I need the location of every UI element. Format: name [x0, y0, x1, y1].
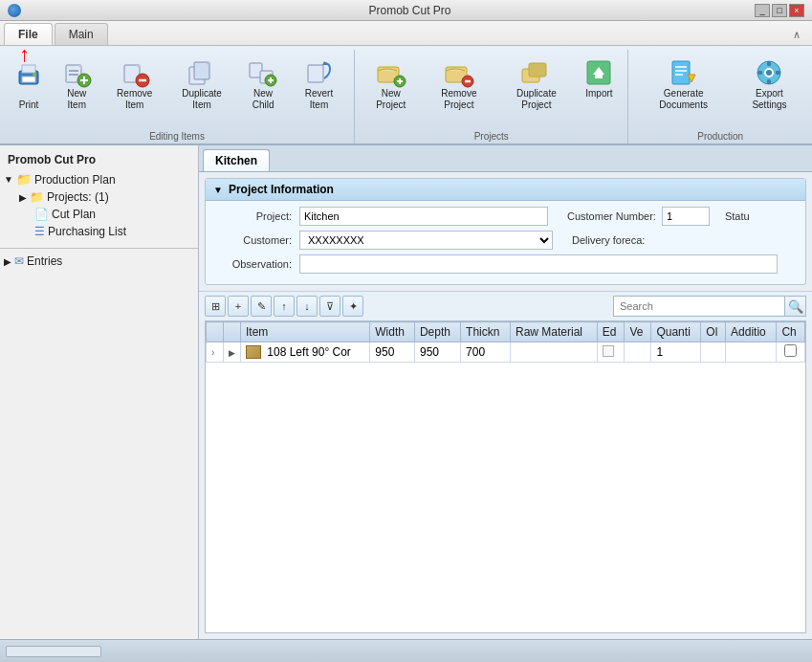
- new-child-icon: [248, 57, 278, 88]
- sidebar-item-purchasing-list[interactable]: ☰ Purchasing List: [0, 223, 198, 240]
- col-toggle: [224, 322, 241, 342]
- ribbon-editing-items-buttons: ↑ Print New Item: [8, 54, 346, 127]
- projects-label: Projects: (1): [47, 190, 109, 204]
- editing-items-group-label: Editing Items: [149, 131, 205, 142]
- table-tool-filter-btn[interactable]: ⊽: [319, 296, 340, 317]
- col-ch: Ch: [777, 322, 805, 342]
- svg-rect-45: [767, 61, 771, 66]
- customer-select[interactable]: XXXXXXXX: [299, 231, 553, 250]
- ribbon-projects-buttons: New Project Remove Project Duplicate Pro…: [362, 54, 620, 127]
- export-settings-icon: [754, 57, 784, 88]
- svg-rect-23: [308, 65, 323, 82]
- svg-point-3: [33, 73, 36, 77]
- duplicate-project-button[interactable]: Duplicate Project: [498, 54, 574, 115]
- projects-group-label: Projects: [474, 131, 509, 142]
- project-info-title: Project Information: [229, 183, 334, 196]
- observation-field-label: Observation:: [213, 258, 299, 270]
- revert-item-button[interactable]: Revert Item: [292, 54, 346, 115]
- new-project-button[interactable]: New Project: [362, 54, 419, 115]
- print-icon-container: ↑: [13, 57, 44, 99]
- print-button[interactable]: ↑ Print: [8, 54, 50, 115]
- sidebar-item-cut-plan[interactable]: 📄 Cut Plan: [0, 206, 198, 223]
- table-row: › ▶ 108 Left 90° Cor 950 950 700 1: [207, 342, 805, 363]
- purchasing-list-label: Purchasing List: [48, 225, 126, 238]
- row-expand-cell[interactable]: ›: [207, 342, 224, 363]
- search-button[interactable]: 🔍: [785, 296, 806, 317]
- sidebar-item-entries[interactable]: ▶ ✉ Entries: [0, 253, 198, 270]
- sidebar-item-production-plan[interactable]: ▼ 📁 Production Plan: [0, 170, 198, 188]
- app-title: Promob Cut Pro: [65, 4, 755, 17]
- svg-rect-47: [757, 71, 762, 75]
- row-toggle-cell[interactable]: ▶: [224, 342, 241, 363]
- table-tool-star-btn[interactable]: ✦: [342, 296, 363, 317]
- ribbon-group-production: Generate Documents Export Settings Produ…: [628, 50, 812, 143]
- svg-rect-16: [194, 62, 209, 79]
- content-tab-bar: Kitchen: [199, 145, 812, 172]
- app-icon: [8, 4, 21, 17]
- remove-item-icon: [120, 57, 150, 88]
- col-thickn: Thickn: [461, 322, 511, 342]
- table-header-row: Item Width Depth Thickn Raw Material Ed …: [207, 322, 805, 342]
- remove-item-button[interactable]: Remove Item: [104, 54, 165, 115]
- item-box-icon: [246, 345, 261, 359]
- svg-rect-33: [529, 63, 546, 77]
- project-info-body: Project: Customer Number: Statu Customer…: [206, 201, 805, 284]
- new-item-label: New Item: [58, 88, 96, 111]
- project-input[interactable]: [299, 207, 548, 226]
- svg-rect-37: [672, 61, 690, 84]
- window-controls[interactable]: _ □ ×: [755, 4, 804, 17]
- sidebar-title: Promob Cut Pro: [0, 149, 198, 170]
- col-item: Item: [241, 322, 370, 342]
- col-additio: Additio: [726, 322, 777, 342]
- row-width-cell: 950: [370, 342, 415, 363]
- purchasing-list-icon: ☰: [34, 225, 45, 238]
- collapse-button[interactable]: ▼: [213, 185, 223, 195]
- status-scrollbar[interactable]: [6, 646, 101, 657]
- row-ol-cell: [701, 342, 726, 363]
- file-tab[interactable]: File: [4, 23, 53, 45]
- new-project-label: New Project: [367, 88, 414, 111]
- search-input[interactable]: [613, 296, 785, 317]
- import-button[interactable]: Import: [578, 54, 620, 103]
- revert-item-label: Revert Item: [296, 88, 341, 111]
- close-button[interactable]: ×: [789, 4, 804, 17]
- minimize-button[interactable]: _: [755, 4, 770, 17]
- customer-number-input[interactable]: [662, 207, 710, 226]
- row-ed-cell: [597, 342, 625, 363]
- duplicate-item-label: Duplicate Item: [174, 88, 230, 111]
- generate-documents-button[interactable]: Generate Documents: [636, 54, 730, 115]
- remove-project-button[interactable]: Remove Project: [423, 54, 494, 115]
- row-quanti-cell: 1: [651, 342, 701, 363]
- table-tool-grid-btn[interactable]: ⊞: [205, 296, 226, 317]
- duplicate-item-button[interactable]: Duplicate Item: [169, 54, 234, 115]
- col-quanti: Quanti: [651, 322, 701, 342]
- table-toolbar: ⊞ + ✎ ↑ ↓ ⊽ ✦ 🔍: [199, 291, 812, 320]
- customer-field-label: Customer:: [213, 234, 299, 246]
- customer-row: Customer: XXXXXXXX Delivery foreca:: [213, 231, 798, 250]
- row-checkbox[interactable]: [784, 344, 797, 357]
- table-tool-add-btn[interactable]: +: [228, 296, 249, 317]
- ribbon-collapse-btn[interactable]: ∧: [785, 25, 808, 45]
- maximize-button[interactable]: □: [772, 4, 787, 17]
- generate-documents-label: Generate Documents: [641, 88, 725, 111]
- table-tool-down-btn[interactable]: ↓: [296, 296, 318, 317]
- production-plan-folder-icon: 📁: [16, 172, 32, 187]
- observation-input[interactable]: [299, 254, 778, 274]
- generate-documents-icon: [669, 57, 699, 88]
- row-ch-cell[interactable]: [777, 342, 805, 363]
- print-icon: [13, 57, 44, 88]
- table-tool-edit-btn[interactable]: ✎: [251, 296, 272, 317]
- entries-expand-icon: ▶: [4, 256, 11, 267]
- col-ol: Ol: [701, 322, 726, 342]
- kitchen-tab[interactable]: Kitchen: [203, 149, 270, 171]
- sidebar-item-projects[interactable]: ▶ 📁 Projects: (1): [0, 188, 198, 206]
- export-settings-button[interactable]: Export Settings: [735, 54, 804, 115]
- new-child-button[interactable]: New Child: [238, 54, 288, 115]
- import-label: Import: [585, 88, 612, 99]
- table-tool-up-btn[interactable]: ↑: [274, 296, 295, 317]
- new-project-icon: [376, 57, 406, 88]
- new-item-button[interactable]: New Item: [54, 54, 100, 115]
- row-thickn-cell: 700: [461, 342, 511, 363]
- sidebar: Promob Cut Pro ▼ 📁 Production Plan ▶ 📁 P…: [0, 145, 199, 639]
- main-tab[interactable]: Main: [55, 23, 108, 45]
